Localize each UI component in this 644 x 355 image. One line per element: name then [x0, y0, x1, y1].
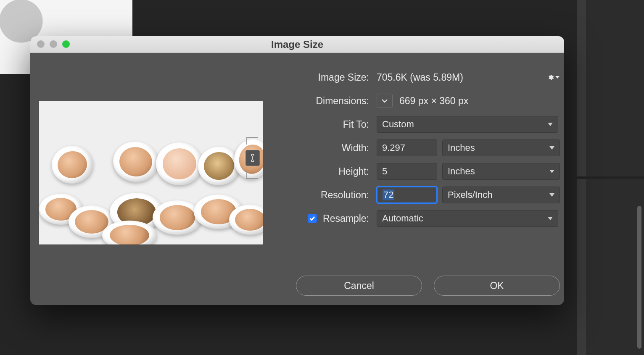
dimensions-value: 669 px × 360 px — [399, 95, 468, 107]
cancel-button[interactable]: Cancel — [296, 276, 422, 296]
height-label: Height: — [263, 166, 377, 177]
settings-gear-icon[interactable] — [547, 74, 560, 81]
width-input[interactable]: 9.297 — [377, 139, 437, 156]
fit-to-select[interactable]: Custom — [377, 116, 558, 133]
panel-scrollbar[interactable] — [637, 206, 641, 349]
image-preview[interactable] — [39, 101, 263, 245]
image-size-label: Image Size: — [263, 72, 377, 83]
window-close-button[interactable] — [37, 40, 45, 48]
window-minimize-button[interactable] — [50, 40, 57, 48]
width-unit-select[interactable]: Inches — [442, 139, 560, 156]
fit-to-label: Fit To: — [263, 119, 377, 130]
dimensions-label: Dimensions: — [263, 95, 377, 107]
resolution-input[interactable]: 72 — [377, 187, 437, 203]
constrain-proportions-button[interactable] — [245, 150, 260, 166]
height-unit-select[interactable]: Inches — [442, 163, 560, 180]
panels-rail — [577, 0, 644, 355]
resample-method-select[interactable]: Automatic — [377, 210, 558, 227]
chevron-down-icon — [548, 123, 553, 126]
window-zoom-button[interactable] — [62, 40, 70, 48]
resample-label: Resample: — [323, 213, 369, 224]
chevron-down-icon — [549, 170, 554, 173]
dialog-titlebar[interactable]: Image Size — [30, 36, 564, 53]
chevron-down-icon — [549, 193, 554, 197]
ok-button[interactable]: OK — [434, 276, 560, 296]
fit-to-value: Custom — [382, 119, 414, 130]
resolution-unit-select[interactable]: Pixels/Inch — [442, 187, 560, 203]
chevron-down-icon — [549, 146, 554, 150]
image-size-dialog: Image Size Image Size: 705.6K — [30, 36, 564, 305]
window-controls — [37, 40, 70, 48]
width-label: Width: — [263, 142, 377, 154]
dimensions-unit-dropdown[interactable] — [377, 94, 393, 108]
dialog-title: Image Size — [30, 39, 564, 50]
image-size-value: 705.6K (was 5.89M) — [377, 72, 463, 83]
resolution-label: Resolution: — [263, 189, 377, 201]
height-input[interactable]: 5 — [377, 163, 437, 180]
resample-checkbox[interactable] — [308, 214, 317, 223]
chevron-down-icon — [548, 217, 553, 220]
